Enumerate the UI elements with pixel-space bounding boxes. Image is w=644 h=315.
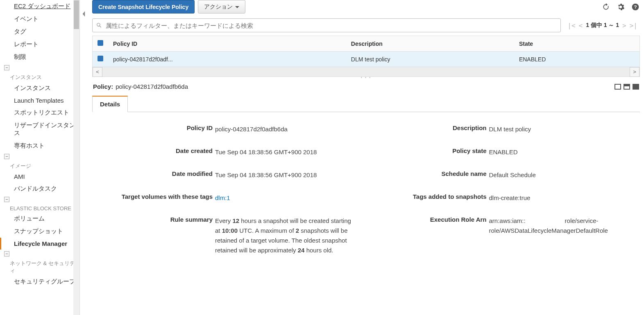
help-icon[interactable]: ? (631, 2, 640, 11)
nav-security-groups[interactable]: セキュリティグループ (0, 275, 75, 288)
page-text: 1 個中 1 ～ 1 (586, 22, 619, 29)
label-snapshot-tags: Tags added to snapshots (379, 193, 489, 200)
label-schedule-name: Schedule name (379, 170, 489, 177)
chevron-down-icon (235, 3, 239, 10)
sidebar-scrollbar[interactable] (73, 0, 79, 315)
nav-bundle-tasks[interactable]: バンドルタスク (0, 182, 75, 195)
value-target-tags[interactable]: dlm:1 (215, 194, 230, 201)
details-panel: Policy ID policy-042817d2f0adfb6da Date … (92, 112, 640, 272)
svg-text:?: ? (634, 4, 637, 9)
value-policy-id: policy-042817d2f0adfb6da (215, 124, 288, 134)
layout-icon-1[interactable] (615, 84, 621, 90)
nav-dedicated-hosts[interactable]: 専有ホスト (0, 140, 75, 152)
nav-limits[interactable]: 制限 (0, 51, 75, 63)
detail-header: Policy: policy-042817d2f0adfb6da (92, 80, 640, 93)
nav-events[interactable]: イベント (0, 13, 75, 25)
col-policy-id[interactable]: Policy ID (108, 36, 346, 52)
gear-icon[interactable] (616, 2, 625, 11)
select-all-checkbox[interactable] (98, 40, 103, 46)
group-label-images: イメージ (0, 160, 75, 171)
group-label-instances: インスタンス (0, 71, 75, 82)
nav-ami[interactable]: AMI (0, 171, 75, 182)
layout-icon-2[interactable] (624, 84, 630, 90)
group-toggle-network[interactable]: − (0, 250, 75, 257)
label-date-created: Date created (104, 147, 215, 154)
nav-spot-requests[interactable]: スポットリクエスト (0, 106, 75, 119)
label-target-tags: Target volumes with these tags (104, 193, 215, 200)
cell-state: ENABLED (514, 52, 639, 67)
nav-ec2-dashboard[interactable]: EC2 ダッシュボード (0, 0, 75, 13)
detail-header-label: Policy: (93, 83, 113, 90)
label-policy-id: Policy ID (104, 124, 215, 131)
sidebar: EC2 ダッシュボード イベント タグ レポート 制限 − インスタンス インス… (0, 0, 80, 315)
nav-reserved-instances[interactable]: リザーブドインスタンス (0, 119, 75, 140)
actions-button[interactable]: アクション (198, 0, 245, 14)
label-date-modified: Date modified (104, 170, 215, 177)
value-exec-role: arn:aws:iam:: role/service-role/AWSDataL… (489, 216, 620, 236)
value-description: DLM test policy (489, 124, 531, 134)
main-panel: Create Snapshot Lifecycle Policy アクション ?… (88, 0, 644, 315)
page-last-icon[interactable]: >| (630, 22, 637, 29)
refresh-icon[interactable] (601, 2, 610, 11)
value-policy-state: ENABLED (489, 147, 518, 157)
group-label-ebs: ELASTIC BLOCK STORE (0, 203, 75, 212)
nav-launch-templates[interactable]: Launch Templates (0, 94, 75, 106)
cell-policy-id: policy-042817d2f0adf... (108, 52, 346, 67)
nav-volumes[interactable]: ボリューム (0, 212, 75, 225)
sidebar-collapse-handle[interactable] (80, 0, 88, 315)
label-rule-summary: Rule summary (104, 216, 215, 223)
row-checkbox[interactable] (98, 56, 103, 61)
nav-instances[interactable]: インスタンス (0, 82, 75, 94)
table-row[interactable]: policy-042817d2f0adf... DLM test policy … (93, 52, 639, 67)
tab-details[interactable]: Details (92, 96, 128, 112)
page-next-icon[interactable]: > (622, 22, 626, 29)
resize-handle[interactable]: • • • (92, 75, 640, 80)
pager: |< < 1 個中 1 ～ 1 > >| (565, 22, 640, 29)
tabs: Details (92, 96, 640, 112)
detail-header-value: policy-042817d2f0adfb6da (116, 83, 188, 90)
group-toggle-instances[interactable]: − (0, 63, 75, 71)
policy-table: Policy ID Description State policy-04281… (92, 36, 640, 67)
nav-tags[interactable]: タグ (0, 25, 75, 38)
cell-description: DLM test policy (346, 52, 514, 67)
value-rule-summary: Every 12 hours a snapshot will be create… (215, 216, 354, 255)
page-first-icon[interactable]: |< (567, 22, 575, 29)
value-date-created: Tue Sep 04 18:38:56 GMT+900 2018 (215, 147, 317, 157)
value-date-modified: Tue Sep 04 18:38:56 GMT+900 2018 (215, 170, 317, 180)
page-prev-icon[interactable]: < (579, 22, 583, 29)
search-input[interactable] (106, 22, 557, 29)
search-box[interactable] (92, 18, 561, 32)
nav-reports[interactable]: レポート (0, 38, 75, 51)
nav-lifecycle-manager[interactable]: Lifecycle Manager (0, 238, 75, 250)
label-exec-role: Execution Role Arn (379, 216, 489, 223)
group-toggle-ebs[interactable]: − (0, 195, 75, 203)
layout-icon-3[interactable] (633, 84, 639, 90)
col-description[interactable]: Description (346, 36, 514, 52)
value-snapshot-tags: dlm-create:true (489, 193, 531, 203)
group-toggle-images[interactable]: − (0, 152, 75, 160)
group-label-network: ネットワーク & セキュリティ (0, 257, 75, 275)
label-policy-state: Policy state (379, 147, 489, 154)
search-icon (96, 22, 102, 29)
col-state[interactable]: State (514, 36, 639, 52)
create-policy-button[interactable]: Create Snapshot Lifecycle Policy (92, 0, 195, 14)
nav-snapshots[interactable]: スナップショット (0, 225, 75, 238)
value-schedule-name: Default Schedule (489, 170, 536, 180)
toolbar: Create Snapshot Lifecycle Policy アクション ? (92, 0, 640, 18)
label-description: Description (379, 124, 489, 131)
